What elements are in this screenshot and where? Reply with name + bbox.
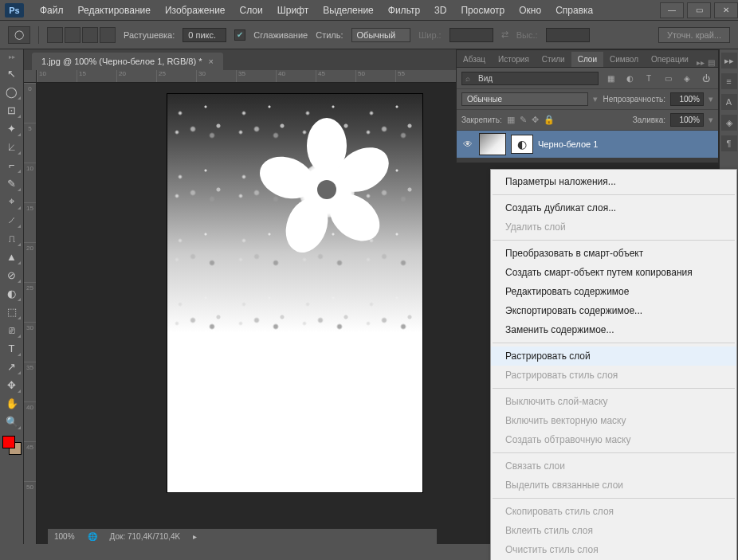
selection-subtract-icon[interactable]: [82, 27, 98, 43]
ctx-item[interactable]: Растрировать слой: [491, 347, 736, 366]
dock-paragraph-icon[interactable]: ¶: [721, 135, 737, 151]
tool-dodge[interactable]: ⬚: [2, 303, 22, 320]
foreground-color-swatch[interactable]: [2, 436, 15, 448]
status-bar: 100% 🌐 Док: 710,4K/710,4K ▸: [48, 528, 437, 544]
filter-type-icon[interactable]: T: [642, 71, 656, 85]
close-button[interactable]: ✕: [714, 2, 738, 18]
tool-shape[interactable]: ✥: [2, 376, 22, 394]
style-select[interactable]: Обычный: [351, 28, 411, 42]
menu-type[interactable]: Шрифт: [271, 2, 315, 19]
ctx-item[interactable]: Экспортировать содержимое...: [491, 301, 736, 320]
menu-file[interactable]: Файл: [33, 2, 70, 19]
tool-pen[interactable]: ⎚: [2, 321, 22, 339]
ctx-item[interactable]: Создать дубликат слоя...: [491, 198, 736, 217]
tab-paragraph[interactable]: Абзац: [457, 52, 492, 67]
tab-actions[interactable]: Операции: [645, 52, 695, 67]
lock-pixels-icon[interactable]: ✎: [520, 115, 527, 125]
menu-edit[interactable]: Редактирование: [72, 2, 157, 19]
refine-edge-button[interactable]: Уточн. край...: [658, 27, 730, 43]
tool-path[interactable]: ↗: [2, 358, 22, 375]
tab-character[interactable]: Символ: [603, 52, 645, 67]
ctx-item[interactable]: Преобразовать в смарт-объект: [491, 244, 736, 263]
ruler-vertical: 05101520253035404550: [24, 83, 37, 544]
dock-expand-icon[interactable]: ▸▸: [721, 53, 737, 69]
app-logo: Ps: [5, 3, 24, 18]
menu-help[interactable]: Справка: [549, 2, 599, 19]
lock-transparency-icon[interactable]: ▦: [507, 115, 515, 125]
menu-select[interactable]: Выделение: [316, 2, 380, 19]
layer-name-label[interactable]: Черно-белое 1: [538, 139, 598, 149]
selection-intersect-icon[interactable]: [100, 27, 116, 43]
menu-filter[interactable]: Фильтр: [382, 2, 426, 19]
panel-collapse-icon[interactable]: ▸▸: [697, 58, 705, 67]
document-tab-close-icon[interactable]: ×: [208, 57, 213, 66]
ctx-item[interactable]: Параметры наложения...: [491, 172, 736, 191]
tool-type[interactable]: T: [2, 339, 22, 357]
filter-pixel-icon[interactable]: ▦: [603, 71, 618, 85]
tab-styles[interactable]: Стили: [536, 52, 571, 67]
blend-mode-select[interactable]: Обычные: [461, 92, 588, 106]
menu-image[interactable]: Изображение: [159, 2, 232, 19]
tab-history[interactable]: История: [492, 52, 536, 67]
filter-smart-icon[interactable]: ◈: [680, 71, 694, 85]
toolbox-expand-icon[interactable]: ▸▸: [2, 53, 22, 61]
tool-blur[interactable]: ◐: [2, 284, 22, 302]
tool-preset-icon[interactable]: ◯: [8, 26, 30, 44]
maximize-button[interactable]: ▭: [687, 2, 711, 18]
layer-visibility-icon[interactable]: 👁: [461, 139, 474, 150]
filter-toggle-icon[interactable]: ⏻: [699, 71, 713, 85]
ctx-item[interactable]: Редактировать содержимое: [491, 282, 736, 301]
status-menu-icon[interactable]: ▸: [193, 532, 197, 541]
selection-add-icon[interactable]: [65, 27, 80, 43]
document-tab[interactable]: 1.jpg @ 100% (Черно-белое 1, RGB/8) * ×: [32, 53, 223, 70]
tool-hand[interactable]: ✋: [2, 394, 22, 412]
layer-filter-search[interactable]: Вид: [461, 72, 599, 85]
filter-adjust-icon[interactable]: ◐: [622, 71, 637, 85]
tool-eraser[interactable]: ▲: [2, 248, 22, 265]
color-swatches[interactable]: [2, 436, 22, 455]
antialias-checkbox[interactable]: ✔: [234, 29, 245, 41]
filter-shape-icon[interactable]: ▭: [661, 71, 675, 85]
tool-healing[interactable]: ✎: [2, 174, 22, 192]
toolbox: ▸▸ ↖ ◯ ⊡ ✦ ⟀ ⌐ ✎ ⌖ ⟋ ⎍ ▲ ⊘ ◐ ⬚ ⎚ T ↗ ✥ ✋…: [0, 49, 24, 544]
feather-input[interactable]: [183, 28, 226, 42]
tab-layers[interactable]: Слои: [571, 52, 603, 67]
menu-bar: Файл Редактирование Изображение Слои Шри…: [33, 2, 657, 19]
menu-layers[interactable]: Слои: [234, 2, 269, 19]
menu-3d[interactable]: 3D: [428, 2, 453, 19]
tool-crop[interactable]: ⟀: [2, 138, 22, 155]
width-input: [449, 28, 493, 42]
ctx-item[interactable]: Заменить содержимое...: [491, 320, 736, 339]
tool-marquee[interactable]: ◯: [2, 83, 22, 100]
status-zoom[interactable]: 100%: [54, 532, 75, 541]
tool-move[interactable]: ↖: [2, 65, 22, 82]
tool-history-brush[interactable]: ⎍: [2, 229, 22, 247]
tool-lasso[interactable]: ⊡: [2, 101, 22, 119]
status-globe-icon[interactable]: 🌐: [88, 532, 97, 541]
opacity-input[interactable]: 100%: [670, 92, 704, 106]
tool-wand[interactable]: ✦: [2, 119, 22, 137]
tool-brush[interactable]: ⌖: [2, 193, 22, 210]
tool-clone[interactable]: ⟋: [2, 211, 22, 229]
lock-position-icon[interactable]: ✥: [532, 115, 539, 125]
tool-zoom[interactable]: 🔍: [2, 413, 22, 430]
dock-character-icon[interactable]: A: [721, 94, 737, 110]
height-label: Выс.:: [516, 30, 538, 40]
layer-row[interactable]: 👁 ◐ Черно-белое 1: [457, 131, 718, 158]
menu-window[interactable]: Окно: [512, 2, 548, 19]
document-tab-title: 1.jpg @ 100% (Черно-белое 1, RGB/8) *: [41, 57, 202, 66]
dock-history-icon[interactable]: ≡: [721, 73, 737, 89]
tool-eyedropper[interactable]: ⌐: [2, 156, 22, 174]
feather-label: Растушевка:: [124, 30, 175, 40]
dock-layers-icon[interactable]: ◈: [721, 115, 737, 131]
fill-input[interactable]: 100%: [670, 113, 704, 127]
ctx-item[interactable]: Создать смарт-объект путем копирования: [491, 263, 736, 282]
lock-all-icon[interactable]: 🔒: [544, 115, 555, 125]
layer-thumbnail[interactable]: [479, 133, 506, 155]
selection-new-icon[interactable]: [47, 27, 63, 43]
tool-gradient[interactable]: ⊘: [2, 266, 22, 284]
menu-view[interactable]: Просмотр: [454, 2, 511, 19]
panel-menu-icon[interactable]: ▤: [708, 58, 715, 67]
minimize-button[interactable]: —: [660, 2, 684, 18]
layer-mask-thumbnail[interactable]: ◐: [511, 135, 533, 154]
